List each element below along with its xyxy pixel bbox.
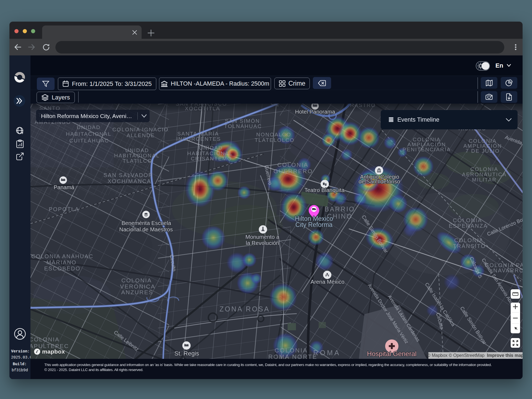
- svg-text:CUITLÁHUAC: CUITLÁHUAC: [69, 138, 109, 144]
- svg-text:Monumento a: Monumento a: [245, 234, 280, 240]
- svg-text:Teatro Blanquita: Teatro Blanquita: [305, 187, 345, 193]
- svg-text:Hospital General: Hospital General: [367, 350, 417, 357]
- svg-text:City Reforma: City Reforma: [295, 221, 332, 228]
- svg-text:TLATELOLCO: TLATELOLCO: [255, 137, 295, 143]
- svg-text:NAVARRO: NAVARRO: [493, 267, 523, 273]
- svg-text:ROMA: ROMA: [313, 349, 341, 357]
- svg-text:HABITACIONAL: HABITACIONAL: [114, 153, 160, 158]
- svg-text:COLONIA: COLONIA: [275, 347, 308, 354]
- svg-text:Arena México: Arena México: [311, 279, 344, 285]
- svg-text:SAN SIMÓN: SAN SIMÓN: [225, 118, 260, 124]
- svg-text:ANZURES: ANZURES: [121, 289, 153, 295]
- svg-text:COLONIA: COLONIA: [277, 162, 309, 168]
- svg-text:BARRIO: BARRIO: [324, 205, 355, 213]
- svg-text:COLONIA IGNACIO: COLONIA IGNACIO: [112, 127, 169, 132]
- svg-text:COLONIA: COLONIA: [470, 166, 498, 172]
- svg-text:AERONÁUTICA: AERONÁUTICA: [462, 172, 507, 177]
- svg-text:ESPERANZA: ESPERANZA: [449, 223, 488, 229]
- svg-text:UNIDAD: UNIDAD: [77, 124, 101, 130]
- svg-text:TRÁNSITO: TRÁNSITO: [453, 243, 486, 249]
- svg-text:ZONA ROSA: ZONA ROSA: [219, 305, 270, 313]
- svg-text:NONOALCO: NONOALCO: [256, 132, 291, 137]
- svg-text:Benemérita Escuela: Benemérita Escuela: [122, 220, 172, 226]
- svg-text:MILITAR: MILITAR: [472, 177, 497, 183]
- svg-text:TOLNÁHUAC: TOLNÁHUAC: [224, 123, 262, 129]
- svg-text:UNIDAD: UNIDAD: [199, 145, 223, 151]
- svg-text:PENITENCIARÍA: PENITENCIARÍA: [403, 147, 451, 152]
- svg-text:ROMA NORTE: ROMA NORTE: [268, 353, 318, 359]
- svg-text:COLONIA: COLONIA: [121, 277, 152, 283]
- svg-text:COLONIA: COLONIA: [453, 217, 482, 223]
- svg-text:SANTA MARÍA: SANTA MARÍA: [177, 131, 219, 137]
- svg-text:ALLENDE: ALLENDE: [127, 132, 155, 138]
- svg-text:COLONIA ANÁHUAC: COLONIA ANÁHUAC: [31, 253, 93, 259]
- svg-text:INSURGENTES: INSURGENTES: [176, 136, 221, 142]
- svg-text:UNIDAD: UNIDAD: [125, 147, 149, 153]
- svg-text:Nacional de Maestros: Nacional de Maestros: [119, 226, 173, 232]
- svg-text:MARIANO: MARIANO: [47, 259, 77, 265]
- svg-text:de San Ildefonso: de San Ildefonso: [359, 178, 400, 185]
- svg-text:St. Regis: St. Regis: [174, 350, 199, 357]
- svg-text:COLONIA: COLONIA: [30, 336, 60, 342]
- svg-text:CRISANTEMO: CRISANTEMO: [191, 156, 232, 162]
- svg-text:COLONIA: COLONIA: [454, 237, 483, 243]
- svg-text:la Revolución: la Revolución: [246, 240, 279, 246]
- svg-text:Panamá: Panamá: [54, 184, 75, 190]
- svg-text:GUERRERO: GUERRERO: [273, 168, 313, 174]
- svg-text:SAN SALVADOR: SAN SALVADOR: [103, 172, 153, 178]
- svg-text:7 DE JULIO: 7 DE JULIO: [466, 148, 500, 154]
- svg-text:VERÓNICA: VERÓNICA: [120, 283, 155, 290]
- svg-text:HABITACIONAL: HABITACIONAL: [187, 150, 233, 156]
- svg-text:POPOTLA: POPOTLA: [49, 206, 79, 212]
- svg-text:TLATILCO: TLATILCO: [123, 158, 152, 164]
- svg-text:HABITACIONAL: HABITACIONAL: [66, 131, 111, 137]
- svg-text:XOCHIMANCA: XOCHIMANCA: [108, 178, 151, 184]
- svg-text:ESCOBEDO: ESCOBEDO: [44, 265, 81, 272]
